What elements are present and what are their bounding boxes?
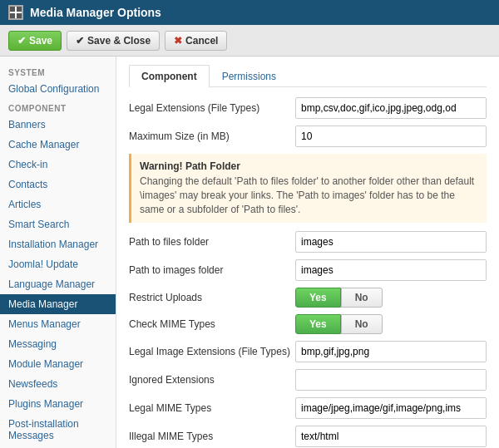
restrict-uploads-yes-button[interactable]: Yes bbox=[295, 288, 341, 308]
save-icon: ✔ bbox=[17, 35, 26, 47]
page-title: Media Manager Options bbox=[30, 6, 161, 19]
save-label: Save bbox=[29, 35, 52, 47]
sidebar-item-menus-manager[interactable]: Menus Manager bbox=[0, 314, 116, 334]
restrict-uploads-no-button[interactable]: No bbox=[341, 288, 383, 308]
sidebar-item-smart-search[interactable]: Smart Search bbox=[0, 214, 116, 234]
sidebar-items-container: BannersCache ManagerCheck-inContactsArti… bbox=[0, 115, 116, 448]
save-close-icon: ✔ bbox=[76, 35, 84, 47]
path-images-label: Path to images folder bbox=[129, 264, 295, 276]
legal-image-ext-row: Legal Image Extensions (File Types) bbox=[129, 341, 487, 362]
legal-mime-input[interactable] bbox=[295, 397, 487, 419]
app-icon bbox=[8, 5, 23, 20]
restrict-uploads-label: Restrict Uploads bbox=[129, 292, 295, 303]
max-size-label: Maximum Size (in MB) bbox=[129, 130, 295, 142]
toolbar: ✔ Save ✔ Save & Close ✖ Cancel bbox=[0, 25, 499, 57]
legal-mime-row: Legal MIME Types bbox=[129, 397, 487, 419]
sidebar-item-global-configuration[interactable]: Global Configuration bbox=[0, 79, 116, 99]
title-bar: Media Manager Options bbox=[0, 0, 499, 25]
illegal-mime-label: Illegal MIME Types bbox=[129, 431, 295, 442]
max-size-row: Maximum Size (in MB) bbox=[129, 126, 487, 147]
legal-extensions-label: Legal Extensions (File Types) bbox=[129, 102, 295, 114]
path-files-label: Path to files folder bbox=[129, 236, 295, 248]
warning-title: Warning! Path Folder bbox=[140, 160, 478, 172]
sidebar-item-messaging[interactable]: Messaging bbox=[0, 334, 116, 354]
tab-permissions[interactable]: Permissions bbox=[210, 65, 289, 87]
check-mime-toggle: Yes No bbox=[295, 314, 383, 334]
tabs: Component Permissions bbox=[129, 65, 487, 87]
content-area: Component Permissions Legal Extensions (… bbox=[116, 57, 499, 448]
sidebar-item-media-manager[interactable]: Media Manager bbox=[0, 294, 116, 314]
cancel-icon: ✖ bbox=[174, 35, 182, 47]
legal-image-ext-label: Legal Image Extensions (File Types) bbox=[129, 346, 295, 357]
sidebar-item-post-installation-messages[interactable]: Post-installation Messages bbox=[0, 414, 116, 446]
svg-rect-0 bbox=[10, 7, 15, 12]
warning-text: Changing the default 'Path to files fold… bbox=[140, 175, 478, 216]
check-mime-row: Check MIME Types Yes No bbox=[129, 314, 487, 334]
ignored-ext-row: Ignored Extensions bbox=[129, 369, 487, 391]
check-mime-yes-button[interactable]: Yes bbox=[295, 314, 341, 334]
svg-rect-3 bbox=[17, 13, 22, 18]
sidebar-item-articles[interactable]: Articles bbox=[0, 194, 116, 214]
sidebar-item-cache-manager[interactable]: Cache Manager bbox=[0, 135, 116, 155]
main-layout: SYSTEM Global Configuration COMPONENT Ba… bbox=[0, 57, 499, 448]
max-size-input[interactable] bbox=[295, 126, 487, 147]
sidebar-item-contacts[interactable]: Contacts bbox=[0, 175, 116, 194]
restrict-uploads-row: Restrict Uploads Yes No bbox=[129, 288, 487, 308]
save-close-label: Save & Close bbox=[87, 35, 151, 47]
legal-image-ext-input[interactable] bbox=[295, 341, 487, 362]
sidebar-item-joomla-update[interactable]: Joomla! Update bbox=[0, 254, 116, 274]
check-mime-label: Check MIME Types bbox=[129, 318, 295, 330]
tab-component[interactable]: Component bbox=[129, 65, 210, 87]
svg-rect-1 bbox=[17, 7, 22, 12]
restrict-uploads-toggle: Yes No bbox=[295, 288, 383, 308]
sidebar-item-check-in[interactable]: Check-in bbox=[0, 155, 116, 175]
cancel-button[interactable]: ✖ Cancel bbox=[165, 31, 227, 51]
path-images-row: Path to images folder bbox=[129, 259, 487, 281]
save-button[interactable]: ✔ Save bbox=[8, 31, 62, 51]
svg-rect-2 bbox=[10, 13, 15, 18]
component-section-label: COMPONENT bbox=[0, 99, 116, 115]
sidebar-item-installation-manager[interactable]: Installation Manager bbox=[0, 234, 116, 254]
ignored-ext-input[interactable] bbox=[295, 369, 487, 391]
legal-mime-label: Legal MIME Types bbox=[129, 402, 295, 414]
ignored-ext-label: Ignored Extensions bbox=[129, 374, 295, 386]
sidebar-item-newsfeeds[interactable]: Newsfeeds bbox=[0, 374, 116, 394]
illegal-mime-input[interactable] bbox=[295, 426, 487, 447]
path-images-input[interactable] bbox=[295, 259, 487, 281]
sidebar-item-language-manager[interactable]: Language Manager bbox=[0, 274, 116, 294]
legal-extensions-row: Legal Extensions (File Types) bbox=[129, 97, 487, 119]
cancel-label: Cancel bbox=[185, 35, 218, 47]
illegal-mime-row: Illegal MIME Types bbox=[129, 426, 487, 447]
legal-extensions-input[interactable] bbox=[295, 97, 487, 119]
sidebar-item-module-manager[interactable]: Module Manager bbox=[0, 354, 116, 374]
system-section-label: SYSTEM bbox=[0, 63, 116, 79]
path-files-row: Path to files folder bbox=[129, 231, 487, 253]
sidebar-item-banners[interactable]: Banners bbox=[0, 115, 116, 135]
check-mime-no-button[interactable]: No bbox=[341, 314, 383, 334]
warning-box: Warning! Path Folder Changing the defaul… bbox=[129, 154, 487, 223]
sidebar: SYSTEM Global Configuration COMPONENT Ba… bbox=[0, 57, 116, 448]
sidebar-item-plugins-manager[interactable]: Plugins Manager bbox=[0, 394, 116, 414]
path-files-input[interactable] bbox=[295, 231, 487, 253]
save-close-button[interactable]: ✔ Save & Close bbox=[67, 31, 160, 51]
